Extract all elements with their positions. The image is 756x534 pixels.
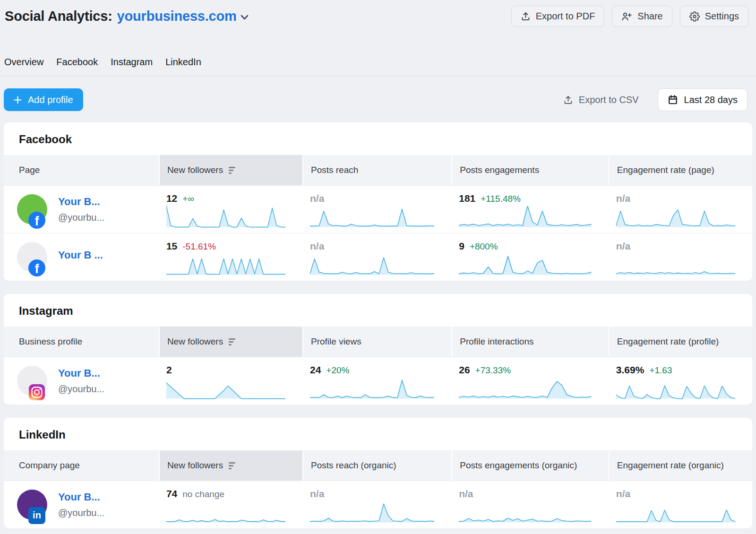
column-header-posts-engagements[interactable]: Posts engagements (451, 155, 609, 185)
metric-posts-reach: n/a (302, 233, 451, 281)
toolbar-right: Export to CSV Last 28 days (563, 88, 747, 111)
toolbar: Add profile Export to CSV Last 28 days (0, 76, 756, 111)
export-pdf-button[interactable]: Export to PDF (511, 6, 605, 27)
sparkline-chart (310, 501, 434, 523)
avatar: f (17, 242, 47, 272)
avatar: in (17, 490, 47, 520)
export-pdf-label: Export to PDF (536, 11, 595, 22)
upload-icon (563, 95, 573, 105)
metric-posts-engagements-organic: n/a (451, 481, 609, 528)
tab-facebook[interactable]: Facebook (56, 57, 98, 76)
sparkline-chart (310, 378, 434, 399)
profile-cell: f Your B... @yourbu... (4, 186, 159, 233)
facebook-card: Facebook Page New followers Posts reach … (4, 122, 752, 281)
header-actions: Export to PDF Share Settings (511, 6, 748, 27)
sparkline-chart (459, 206, 592, 228)
sort-icon (229, 167, 235, 174)
sparkline-chart (166, 501, 285, 523)
sparkline-chart (616, 254, 735, 276)
domain-selector[interactable]: yourbusiness.com (117, 9, 249, 24)
share-user-icon (621, 12, 632, 21)
metric-new-followers: 12+∞ (159, 186, 302, 233)
date-range-label: Last 28 days (684, 95, 738, 105)
table-row: in Your B... @yourbu... 74no change n/a … (4, 481, 752, 528)
metric-posts-reach-organic: n/a (302, 481, 451, 528)
metric-value: 2 (166, 364, 172, 376)
column-header-profile-views[interactable]: Profile views (302, 327, 451, 357)
column-header-new-followers[interactable]: New followers (159, 450, 302, 481)
metric-value: 3.69% (616, 364, 644, 376)
metric-value: n/a (459, 488, 473, 500)
avatar (17, 366, 47, 396)
metric-value: 74 (166, 488, 177, 500)
profile-name-link[interactable]: Your B... (58, 491, 104, 503)
tab-instagram[interactable]: Instagram (111, 57, 153, 76)
column-header-posts-reach[interactable]: Posts reach (302, 155, 451, 185)
column-header-posts-engagements-organic[interactable]: Posts engagements (organic) (451, 450, 609, 481)
share-button[interactable]: Share (612, 6, 672, 27)
tab-bar: Overview Facebook Instagram LinkedIn (0, 57, 756, 76)
column-header-engagement-rate-organic[interactable]: Engagement rate (organic) (609, 450, 752, 481)
share-label: Share (637, 11, 662, 22)
metric-engagement-rate: n/a (609, 233, 752, 281)
sparkline-chart (166, 206, 285, 228)
add-profile-button[interactable]: Add profile (4, 88, 83, 111)
profile-name-link[interactable]: Your B ... (58, 249, 103, 261)
tab-overview[interactable]: Overview (4, 57, 43, 76)
linkedin-card: LinkedIn Company page New followers Post… (4, 418, 752, 528)
metric-value: n/a (310, 241, 324, 252)
column-header-engagement-rate[interactable]: Engagement rate (page) (609, 155, 752, 185)
sparkline-chart (616, 378, 735, 399)
sparkline-chart (459, 378, 592, 399)
date-range-button[interactable]: Last 28 days (658, 88, 747, 111)
profile-handle: @yourbu... (58, 212, 104, 223)
metric-delta: -51.61% (182, 241, 216, 252)
linkedin-table-header: Company page New followers Posts reach (… (4, 450, 752, 481)
sparkline-chart (310, 254, 434, 276)
gear-icon (689, 11, 700, 22)
profile-handle: @yourbu... (58, 508, 104, 518)
instagram-table-header: Business profile New followers Profile v… (4, 327, 752, 357)
sort-icon (229, 462, 235, 469)
instagram-badge-icon (29, 384, 45, 400)
instagram-card: Instagram Business profile New followers… (4, 294, 752, 405)
metric-delta: +1.63 (649, 365, 672, 376)
column-header-posts-reach-organic[interactable]: Posts reach (organic) (302, 450, 451, 481)
metric-value: 12 (166, 193, 177, 204)
column-header-new-followers[interactable]: New followers (159, 327, 302, 357)
card-title-linkedin: LinkedIn (4, 418, 752, 450)
linkedin-badge-icon: in (28, 507, 45, 524)
metric-profile-interactions: 26+73.33% (451, 357, 609, 405)
profile-cell: Your B... @yourbu... (4, 357, 159, 405)
sparkline-chart (459, 501, 592, 523)
sparkline-chart (616, 206, 735, 228)
domain-name: yourbusiness.com (117, 9, 237, 24)
column-header-profile-interactions[interactable]: Profile interactions (451, 327, 609, 357)
column-header-page[interactable]: Page (4, 155, 159, 185)
column-header-company-page[interactable]: Company page (4, 450, 159, 481)
table-row: Your B... @yourbu... 2 24+20% 26+73.33% … (4, 357, 752, 405)
export-csv-button[interactable]: Export to CSV (563, 95, 639, 105)
facebook-table-header: Page New followers Posts reach Posts eng… (4, 155, 752, 185)
column-header-business-profile[interactable]: Business profile (4, 327, 159, 357)
profile-name-link[interactable]: Your B... (58, 367, 104, 379)
settings-label: Settings (705, 11, 739, 22)
metric-value: 15 (166, 241, 177, 252)
chevron-down-icon (241, 15, 249, 20)
metric-posts-engagements: 181+115.48% (451, 186, 609, 233)
metric-delta: no change (182, 489, 224, 500)
column-header-engagement-rate[interactable]: Engagement rate (profile) (609, 327, 752, 357)
settings-button[interactable]: Settings (680, 6, 748, 27)
sparkline-chart (616, 501, 735, 523)
page-header: Social Analytics: yourbusiness.com Expor… (0, 0, 756, 27)
metric-engagement-rate: 3.69%+1.63 (609, 357, 752, 405)
metric-delta: +115.48% (481, 194, 521, 204)
card-title-facebook: Facebook (4, 122, 752, 155)
metric-value: n/a (310, 488, 324, 500)
tab-linkedin[interactable]: LinkedIn (165, 57, 201, 76)
profile-name-link[interactable]: Your B... (58, 196, 104, 208)
export-csv-label: Export to CSV (579, 95, 639, 105)
metric-delta: +∞ (182, 194, 194, 204)
column-header-new-followers[interactable]: New followers (159, 155, 302, 185)
metric-value: 9 (459, 241, 464, 252)
